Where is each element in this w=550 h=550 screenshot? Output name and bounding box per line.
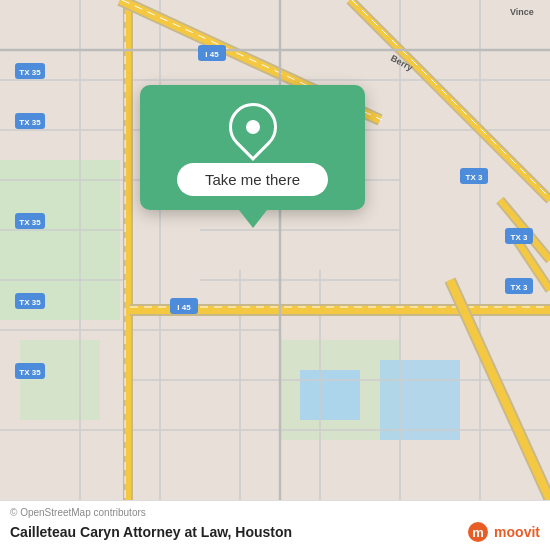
svg-text:TX 3: TX 3 — [466, 173, 483, 182]
bottom-bar: © OpenStreetMap contributors Cailleteau … — [0, 500, 550, 550]
svg-text:Vince: Vince — [510, 7, 534, 17]
svg-text:m: m — [472, 525, 484, 540]
copyright-text: © OpenStreetMap contributors — [10, 507, 540, 518]
moovit-logo: m moovit — [466, 520, 540, 544]
svg-rect-4 — [380, 360, 460, 440]
take-me-there-button[interactable]: Take me there — [177, 163, 328, 196]
location-pin — [219, 93, 287, 161]
map-container: TX 35 TX 35 TX 35 TX 35 TX 35 I 45 I 45 … — [0, 0, 550, 500]
svg-text:I 45: I 45 — [205, 50, 219, 59]
svg-text:TX 3: TX 3 — [511, 233, 528, 242]
svg-text:TX 3: TX 3 — [511, 283, 528, 292]
moovit-icon: m — [466, 520, 490, 544]
svg-text:TX 35: TX 35 — [19, 298, 41, 307]
moovit-text: moovit — [494, 524, 540, 540]
map-popup: Take me there — [140, 85, 365, 210]
svg-text:TX 35: TX 35 — [19, 368, 41, 377]
svg-rect-2 — [20, 340, 100, 420]
svg-rect-5 — [300, 370, 360, 420]
location-row: Cailleteau Caryn Attorney at Law, Housto… — [10, 520, 540, 544]
location-name: Cailleteau Caryn Attorney at Law, Housto… — [10, 524, 292, 540]
svg-text:TX 35: TX 35 — [19, 218, 41, 227]
svg-text:TX 35: TX 35 — [19, 118, 41, 127]
svg-text:TX 35: TX 35 — [19, 68, 41, 77]
svg-text:I 45: I 45 — [177, 303, 191, 312]
